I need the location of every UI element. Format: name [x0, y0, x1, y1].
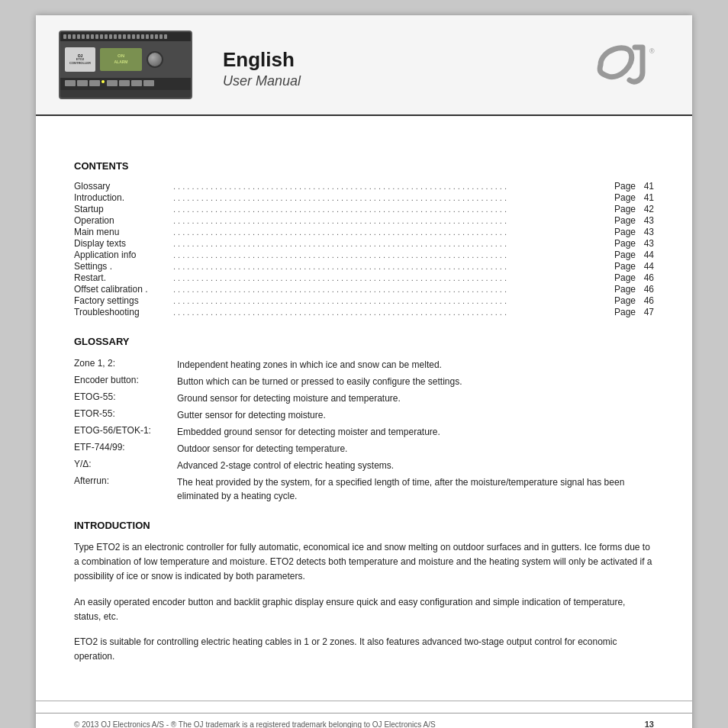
- glossary-row: ETOG-55: Ground sensor for detecting moi…: [74, 390, 654, 407]
- toc-label: Startup: [74, 204, 173, 214]
- toc-page-word: Page: [612, 295, 636, 306]
- glossary-definition: Embedded ground sensor for detecting moi…: [177, 424, 654, 440]
- toc-row: Display texts . . . . . . . . . . . . . …: [74, 238, 654, 249]
- toc-page-word: Page: [612, 238, 636, 249]
- toc-label: Restart.: [74, 272, 173, 283]
- toc-row: Startup . . . . . . . . . . . . . . . . …: [74, 204, 654, 214]
- toc-page-number: 43: [636, 215, 654, 226]
- toc-page-word: Page: [612, 307, 636, 317]
- glossary-definition: Advanced 2-stage control of electric hea…: [177, 457, 654, 474]
- toc-page-word: Page: [612, 272, 636, 283]
- page-wrapper: OJ ETO2 CONTROLLER ONALARM: [0, 0, 728, 728]
- toc-label: Settings .: [74, 261, 173, 272]
- language-title: English: [223, 48, 593, 72]
- glossary-row: ETOG-56/ETOK-1: Embedded ground sensor f…: [74, 424, 654, 440]
- toc-page-word: Page: [612, 250, 636, 260]
- toc-row: Troubleshooting . . . . . . . . . . . . …: [74, 307, 654, 317]
- glossary-container: Zone 1, 2: Independent heating zones in …: [74, 356, 654, 504]
- glossary-row: ETOR-55: Gutter sensor for detecting moi…: [74, 407, 654, 424]
- toc-row: Glossary . . . . . . . . . . . . . . . .…: [74, 181, 654, 192]
- glossary-term: ETF-744/99:: [74, 440, 177, 457]
- toc-dots: . . . . . . . . . . . . . . . . . . . . …: [173, 216, 607, 225]
- toc-label: Operation: [74, 215, 173, 226]
- glossary-term: Encoder button:: [74, 373, 177, 390]
- intro-container: Type ETO2 is an electronic controller fo…: [74, 540, 654, 664]
- toc-dots: . . . . . . . . . . . . . . . . . . . . …: [173, 250, 607, 259]
- svg-text:®: ®: [649, 47, 655, 55]
- toc-block: Glossary . . . . . . . . . . . . . . . .…: [74, 181, 654, 317]
- toc-label: Display texts: [74, 238, 173, 249]
- toc-label: Application info: [74, 250, 173, 260]
- page-footer: © 2013 OJ Electronics A/S - ® The OJ tra…: [36, 713, 692, 728]
- page-content: CONTENTS Glossary . . . . . . . . . . . …: [36, 116, 692, 697]
- glossary-row: Y/Δ: Advanced 2-stage control of electri…: [74, 457, 654, 474]
- toc-dots: . . . . . . . . . . . . . . . . . . . . …: [173, 193, 607, 202]
- toc-page-number: 44: [636, 250, 654, 260]
- intro-paragraph: An easily operated encoder button and ba…: [74, 595, 654, 624]
- toc-dots: . . . . . . . . . . . . . . . . . . . . …: [173, 205, 607, 214]
- toc-dots: . . . . . . . . . . . . . . . . . . . . …: [173, 262, 607, 271]
- document-subtitle: User Manual: [223, 73, 593, 89]
- glossary-term: Y/Δ:: [74, 457, 177, 474]
- toc-page-number: 41: [636, 181, 654, 192]
- glossary-term: ETOG-55:: [74, 390, 177, 407]
- copyright-text: © 2013 OJ Electronics A/S - ® The OJ tra…: [74, 720, 436, 728]
- intro-paragraph: ETO2 is suitable for controlling electri…: [74, 635, 654, 664]
- toc-page-word: Page: [612, 261, 636, 272]
- toc-page-number: 42: [636, 204, 654, 214]
- toc-dots: . . . . . . . . . . . . . . . . . . . . …: [173, 273, 607, 282]
- toc-dots: . . . . . . . . . . . . . . . . . . . . …: [173, 182, 607, 191]
- glossary-definition: Gutter sensor for detecting moisture.: [177, 407, 654, 424]
- glossary-table: Zone 1, 2: Independent heating zones in …: [74, 356, 654, 504]
- toc-dots: . . . . . . . . . . . . . . . . . . . . …: [173, 296, 607, 305]
- toc-dots: . . . . . . . . . . . . . . . . . . . . …: [173, 308, 607, 317]
- toc-row: Application info . . . . . . . . . . . .…: [74, 250, 654, 260]
- glossary-term: ETOR-55:: [74, 407, 177, 424]
- toc-page-number: 46: [636, 284, 654, 295]
- page-header: OJ ETO2 CONTROLLER ONALARM: [36, 15, 692, 116]
- glossary-definition: Ground sensor for detecting moisture and…: [177, 390, 654, 407]
- toc-page-word: Page: [612, 204, 636, 214]
- glossary-row: ETF-744/99: Outdoor sensor for detecting…: [74, 440, 654, 457]
- toc-label: Introduction.: [74, 192, 173, 203]
- toc-dots: . . . . . . . . . . . . . . . . . . . . …: [173, 285, 607, 294]
- toc-row: Offset calibration . . . . . . . . . . .…: [74, 284, 654, 295]
- toc-page-word: Page: [612, 181, 636, 192]
- toc-row: Operation . . . . . . . . . . . . . . . …: [74, 215, 654, 226]
- toc-row: Introduction. . . . . . . . . . . . . . …: [74, 192, 654, 203]
- document-page: OJ ETO2 CONTROLLER ONALARM: [36, 15, 692, 728]
- header-title-area: English User Manual: [192, 40, 593, 89]
- toc-row: Main menu . . . . . . . . . . . . . . . …: [74, 227, 654, 237]
- contents-title: CONTENTS: [74, 160, 654, 172]
- toc-row: Factory settings . . . . . . . . . . . .…: [74, 295, 654, 306]
- toc-page-number: 46: [636, 295, 654, 306]
- oj-logo: ®: [593, 38, 662, 92]
- toc-page-number: 43: [636, 227, 654, 237]
- device-image: OJ ETO2 CONTROLLER ONALARM: [59, 31, 192, 99]
- glossary-definition: Button which can be turned or pressed to…: [177, 373, 654, 390]
- glossary-term: ETOG-56/ETOK-1:: [74, 424, 177, 440]
- glossary-row: Encoder button: Button which can be turn…: [74, 373, 654, 390]
- glossary-row: Zone 1, 2: Independent heating zones in …: [74, 356, 654, 373]
- toc-page-number: 46: [636, 272, 654, 283]
- toc-label: Main menu: [74, 227, 173, 237]
- toc-dots: . . . . . . . . . . . . . . . . . . . . …: [173, 239, 607, 248]
- toc-page-word: Page: [612, 227, 636, 237]
- glossary-row: Afterrun: The heat provided by the syste…: [74, 474, 654, 504]
- toc-page-word: Page: [612, 284, 636, 295]
- toc-label: Factory settings: [74, 295, 173, 306]
- toc-page-number: 43: [636, 238, 654, 249]
- toc-row: Settings . . . . . . . . . . . . . . . .…: [74, 261, 654, 272]
- toc-label: Offset calibration .: [74, 284, 173, 295]
- toc-dots: . . . . . . . . . . . . . . . . . . . . …: [173, 227, 607, 237]
- intro-paragraph: Type ETO2 is an electronic controller fo…: [74, 540, 654, 585]
- glossary-definition: The heat provided by the system, for a s…: [177, 474, 654, 504]
- toc-label: Troubleshooting: [74, 307, 173, 317]
- introduction-title: INTRODUCTION: [74, 520, 654, 531]
- glossary-term: Zone 1, 2:: [74, 356, 177, 373]
- toc-page-number: 44: [636, 261, 654, 272]
- toc-row: Restart. . . . . . . . . . . . . . . . .…: [74, 272, 654, 283]
- toc-page-word: Page: [612, 192, 636, 203]
- glossary-title: GLOSSARY: [74, 336, 654, 347]
- toc-page-word: Page: [612, 215, 636, 226]
